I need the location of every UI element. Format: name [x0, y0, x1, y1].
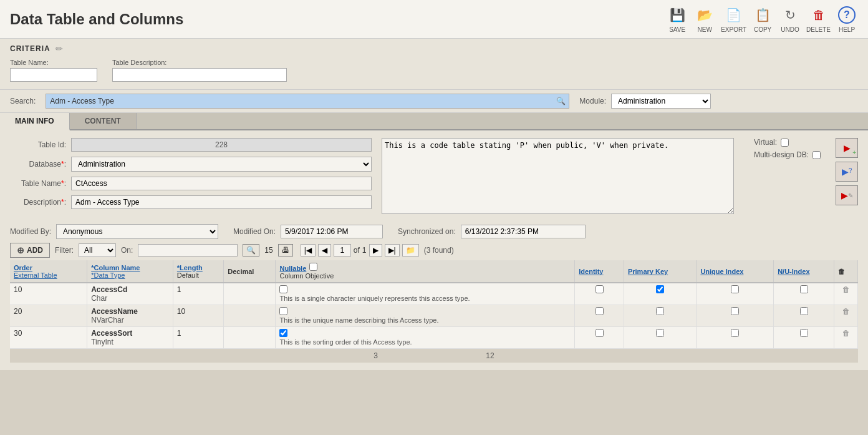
- search-input[interactable]: [46, 94, 569, 109]
- cell-decimal: [224, 327, 276, 349]
- modified-by-select[interactable]: Anonymous Admin: [56, 224, 218, 239]
- modified-by-group: Modified By: Anonymous Admin: [10, 224, 218, 239]
- table-row: 20 AccessName NVarChar 10 This is the un…: [10, 305, 858, 327]
- undo-button[interactable]: ↻ UNDO: [779, 5, 801, 33]
- side-btn-1[interactable]: ▶ +: [836, 138, 858, 158]
- side-btn-3[interactable]: ▶ ✎: [836, 185, 858, 205]
- table-row: 30 AccessSort TinyInt 1 This is the sort…: [10, 327, 858, 349]
- header-bar: Data Table and Columns 💾 SAVE 📂 NEW 📄 EX…: [0, 0, 868, 39]
- table-name-label: Table Name:: [10, 59, 97, 66]
- cell-order: 30: [10, 327, 87, 349]
- virtual-checkbox[interactable]: [781, 139, 789, 147]
- eraser-icon[interactable]: ✏: [55, 44, 63, 54]
- nu-index-checkbox[interactable]: [800, 307, 808, 315]
- new-icon: 📂: [693, 5, 716, 25]
- table-name-form-label: Table Name*:: [10, 179, 66, 188]
- database-select[interactable]: Administration Identity Finance: [71, 157, 372, 172]
- table-name-form-input[interactable]: [71, 177, 372, 190]
- identity-checkbox[interactable]: [596, 329, 604, 337]
- unique-index-checkbox[interactable]: [731, 307, 739, 315]
- primary-key-checkbox[interactable]: [656, 285, 664, 293]
- add-button[interactable]: ⊕ ADD: [10, 243, 50, 258]
- identity-checkbox[interactable]: [596, 307, 604, 315]
- cell-unique-index: [697, 283, 774, 305]
- tab-content[interactable]: CONTENT: [70, 113, 137, 129]
- cell-identity: [575, 283, 624, 305]
- multi-design-label: Multi-design DB:: [754, 150, 809, 159]
- cell-unique-index: [697, 327, 774, 349]
- module-select[interactable]: Administration Identity Finance HR: [611, 94, 711, 109]
- side-btn-2[interactable]: ▶ ?: [836, 162, 858, 182]
- filter-select[interactable]: All None: [79, 243, 116, 257]
- tab-main-info[interactable]: MAIN INFO: [0, 113, 70, 130]
- download-button[interactable]: 📁: [402, 244, 419, 257]
- cell-length: 10: [173, 305, 223, 327]
- cell-nullable: This is the sorting order of this Access…: [276, 327, 575, 349]
- table-id-input: [71, 138, 372, 152]
- cell-column: AccessCd Char: [87, 283, 173, 305]
- nu-index-checkbox[interactable]: [800, 285, 808, 293]
- nu-index-checkbox[interactable]: [800, 329, 808, 337]
- print-button[interactable]: 🖶: [278, 244, 293, 257]
- description-input[interactable]: [71, 195, 372, 209]
- cell-delete[interactable]: 🗑: [834, 327, 858, 349]
- criteria-fields: Table Name: Table Description:: [10, 59, 858, 82]
- cell-nu-index: [774, 305, 834, 327]
- grid-footer: 3 12: [10, 349, 858, 363]
- help-button[interactable]: ? HELP: [836, 5, 858, 33]
- table-name-input[interactable]: [10, 68, 97, 82]
- unique-index-checkbox[interactable]: [731, 329, 739, 337]
- cell-length: 1: [173, 283, 223, 305]
- table-row: 10 AccessCd Char 1 This is a single char…: [10, 283, 858, 305]
- cell-decimal: [224, 283, 276, 305]
- search-label: Search:: [10, 97, 36, 105]
- identity-checkbox[interactable]: [596, 285, 604, 293]
- form-left: Table Id: Database*: Administration Iden…: [10, 138, 372, 214]
- cell-delete[interactable]: 🗑: [834, 305, 858, 327]
- search-grid-button[interactable]: 🔍: [243, 244, 259, 257]
- next-page-button[interactable]: ▶: [369, 244, 382, 257]
- modified-on-group: Modified On:: [233, 225, 383, 238]
- modified-row: Modified By: Anonymous Admin Modified On…: [10, 219, 858, 239]
- table-name-field-group: Table Name:: [10, 59, 97, 82]
- nullable-header-checkbox[interactable]: [309, 263, 317, 271]
- last-page-button[interactable]: ▶|: [385, 244, 400, 257]
- col-column-name: *Column Name *Data Type: [87, 260, 173, 283]
- copy-button[interactable]: 📋 COPY: [751, 5, 774, 33]
- save-button[interactable]: 💾 SAVE: [666, 5, 688, 33]
- new-button[interactable]: 📂 NEW: [693, 5, 716, 33]
- on-input[interactable]: [138, 244, 238, 257]
- page-input[interactable]: [334, 244, 351, 257]
- export-button[interactable]: 📄 EXPORT: [721, 5, 746, 33]
- copy-icon: 📋: [751, 5, 774, 25]
- nullable-checkbox[interactable]: [279, 285, 287, 293]
- primary-key-checkbox[interactable]: [656, 307, 664, 315]
- cell-identity: [575, 305, 624, 327]
- description-label: Description*:: [10, 198, 66, 207]
- prev-page-button[interactable]: ◀: [318, 244, 331, 257]
- delete-button[interactable]: 🗑 DELETE: [806, 5, 831, 33]
- nullable-checkbox[interactable]: [279, 329, 287, 337]
- synchronized-on-group: Synchronized on:: [398, 225, 586, 238]
- cell-unique-index: [697, 305, 774, 327]
- export-icon: 📄: [723, 5, 745, 25]
- description-textarea[interactable]: This is a code table stating 'P' when pu…: [382, 138, 734, 214]
- col-primary-key: Primary Key: [624, 260, 696, 283]
- table-id-row: Table Id:: [10, 138, 372, 152]
- cell-primary-key: [624, 283, 696, 305]
- table-description-input[interactable]: [112, 68, 287, 82]
- cell-nullable: This is a single character uniquely repr…: [276, 283, 575, 305]
- multi-design-checkbox[interactable]: [813, 151, 821, 159]
- help-icon: ?: [836, 5, 858, 25]
- first-page-button[interactable]: |◀: [301, 244, 316, 257]
- database-label: Database*:: [10, 160, 66, 169]
- data-table: Order External Table *Column Name *Data …: [10, 260, 858, 349]
- table-description-field-group: Table Description:: [112, 59, 287, 82]
- search-bar: Search: 🔍 Module: Administration Identit…: [0, 90, 868, 113]
- cell-delete[interactable]: 🗑: [834, 283, 858, 305]
- filter-label: Filter:: [55, 246, 74, 255]
- modified-on-input: [281, 225, 383, 238]
- primary-key-checkbox[interactable]: [656, 329, 664, 337]
- unique-index-checkbox[interactable]: [731, 285, 739, 293]
- nullable-checkbox[interactable]: [279, 307, 287, 315]
